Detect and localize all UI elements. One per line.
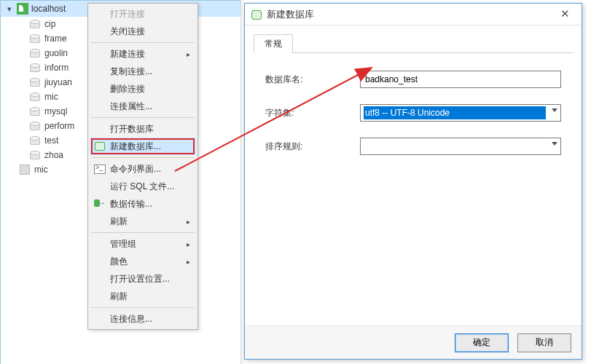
menu-label: 命令列界面... bbox=[110, 163, 161, 175]
dialog-title: 新建数据库 bbox=[267, 8, 552, 21]
button-label: 取消 bbox=[536, 337, 553, 347]
new-database-dialog: 新建数据库 ✕ 常规 数据库名: 字符集: utf8 -- UTF-8 Unic… bbox=[244, 3, 582, 360]
db-label: frame bbox=[44, 33, 67, 44]
db-label: perform bbox=[44, 121, 74, 131]
tab-strip: 常规 bbox=[254, 34, 573, 53]
connection-icon bbox=[17, 3, 28, 15]
menu-new-connection[interactable]: 新建连接▸ bbox=[90, 45, 196, 63]
dialog-titlebar[interactable]: 新建数据库 ✕ bbox=[245, 4, 582, 25]
menu-label: 刷新 bbox=[110, 290, 128, 303]
collation-value bbox=[364, 140, 546, 153]
db-label: mic bbox=[44, 92, 58, 102]
submenu-arrow-icon: ▸ bbox=[187, 240, 190, 248]
terminal-icon bbox=[94, 163, 106, 175]
charset-value: utf8 -- UTF-8 Unicode bbox=[364, 106, 546, 119]
dbname-input[interactable] bbox=[360, 71, 561, 88]
menu-label: 数据传输... bbox=[110, 198, 152, 210]
menu-label: 复制连接... bbox=[110, 66, 152, 78]
menu-open-database[interactable]: 打开数据库 bbox=[90, 120, 196, 138]
database-icon bbox=[30, 122, 40, 130]
submenu-arrow-icon: ▸ bbox=[187, 50, 190, 58]
label-charset: 字符集: bbox=[265, 107, 360, 119]
menu-label: 运行 SQL 文件... bbox=[110, 181, 174, 193]
database-icon bbox=[30, 107, 40, 116]
form: 数据库名: 字符集: utf8 -- UTF-8 Unicode 排序规则: bbox=[254, 53, 573, 155]
file-icon bbox=[20, 165, 30, 175]
db-label: cip bbox=[44, 19, 55, 29]
menu-manage-group[interactable]: 管理组▸ bbox=[90, 235, 196, 253]
menu-label: 颜色 bbox=[110, 256, 128, 268]
form-row-charset: 字符集: utf8 -- UTF-8 Unicode bbox=[265, 104, 561, 122]
label-collation: 排序规则: bbox=[265, 141, 360, 153]
expand-toggle-icon[interactable]: ▾ bbox=[5, 4, 14, 14]
charset-select[interactable]: utf8 -- UTF-8 Unicode bbox=[360, 104, 561, 122]
menu-separator bbox=[91, 157, 195, 158]
menu-label: 连接属性... bbox=[110, 100, 152, 113]
database-icon bbox=[30, 151, 40, 159]
dialog-footer: 确定 取消 bbox=[245, 325, 582, 359]
menu-data-transfer[interactable]: 数据传输... bbox=[90, 195, 196, 213]
db-label: mysql bbox=[44, 106, 67, 116]
collation-select[interactable] bbox=[360, 138, 561, 155]
menu-run-sql-file[interactable]: 运行 SQL 文件... bbox=[90, 178, 196, 195]
database-icon bbox=[30, 49, 40, 58]
db-label: inform bbox=[44, 63, 69, 73]
menu-refresh-2[interactable]: 刷新 bbox=[90, 288, 196, 305]
form-row-collation: 排序规则: bbox=[265, 138, 561, 155]
connection-context-menu: 打开连接 关闭连接 新建连接▸ 复制连接... 删除连接 连接属性... 打开数… bbox=[87, 3, 198, 330]
database-icon bbox=[30, 63, 40, 72]
menu-duplicate-connection[interactable]: 复制连接... bbox=[90, 63, 196, 80]
menu-close-connection[interactable]: 关闭连接 bbox=[90, 23, 196, 40]
transfer-icon bbox=[94, 198, 106, 210]
menu-label: 打开设置位置... bbox=[110, 273, 170, 285]
menu-label: 打开数据库 bbox=[110, 123, 154, 135]
menu-separator bbox=[91, 42, 195, 43]
menu-delete-connection[interactable]: 删除连接 bbox=[90, 80, 196, 98]
db-label: guolin bbox=[44, 48, 68, 58]
menu-connection-properties[interactable]: 连接属性... bbox=[90, 98, 196, 115]
database-icon bbox=[94, 141, 106, 152]
close-button[interactable]: ✕ bbox=[552, 7, 577, 23]
submenu-arrow-icon: ▸ bbox=[187, 258, 190, 266]
menu-label: 新建数据库... bbox=[110, 141, 161, 153]
button-label: 确定 bbox=[473, 337, 490, 347]
database-icon bbox=[30, 92, 40, 101]
chevron-down-icon bbox=[552, 142, 557, 146]
tab-label: 常规 bbox=[265, 38, 282, 50]
ok-button[interactable]: 确定 bbox=[455, 333, 509, 352]
database-icon bbox=[30, 20, 40, 28]
connection-label: localhost bbox=[31, 4, 66, 14]
menu-separator bbox=[91, 307, 195, 308]
menu-command-line[interactable]: 命令列界面... bbox=[90, 160, 196, 178]
dialog-body: 常规 数据库名: 字符集: utf8 -- UTF-8 Unicode 排序规则… bbox=[245, 25, 582, 325]
menu-new-database[interactable]: 新建数据库... bbox=[90, 138, 196, 155]
menu-label: 新建连接 bbox=[110, 48, 145, 60]
db-label: jiuyuan bbox=[44, 77, 72, 87]
menu-label: 打开连接 bbox=[110, 8, 145, 20]
menu-open-connection: 打开连接 bbox=[90, 5, 196, 23]
menu-label: 刷新 bbox=[110, 215, 128, 228]
menu-open-settings-location[interactable]: 打开设置位置... bbox=[90, 270, 196, 288]
other-label: mic bbox=[34, 165, 48, 175]
label-dbname: 数据库名: bbox=[265, 74, 360, 86]
tab-general[interactable]: 常规 bbox=[254, 34, 293, 53]
form-row-dbname: 数据库名: bbox=[265, 71, 561, 88]
database-icon bbox=[30, 78, 40, 87]
db-label: zhoa bbox=[44, 150, 63, 160]
menu-connection-info[interactable]: 连接信息... bbox=[90, 310, 196, 328]
cancel-button[interactable]: 取消 bbox=[517, 333, 571, 352]
menu-separator bbox=[91, 117, 195, 118]
submenu-arrow-icon: ▸ bbox=[187, 218, 190, 226]
menu-refresh[interactable]: 刷新▸ bbox=[90, 213, 196, 230]
database-icon bbox=[30, 136, 40, 145]
menu-color[interactable]: 颜色▸ bbox=[90, 253, 196, 270]
menu-label: 连接信息... bbox=[110, 313, 152, 325]
database-icon bbox=[30, 34, 40, 43]
database-icon bbox=[251, 9, 262, 20]
chevron-down-icon bbox=[552, 108, 557, 112]
menu-separator bbox=[91, 232, 195, 233]
menu-label: 关闭连接 bbox=[110, 25, 145, 38]
db-label: test bbox=[44, 135, 58, 146]
menu-label: 管理组 bbox=[110, 238, 136, 250]
menu-label: 删除连接 bbox=[110, 83, 145, 95]
